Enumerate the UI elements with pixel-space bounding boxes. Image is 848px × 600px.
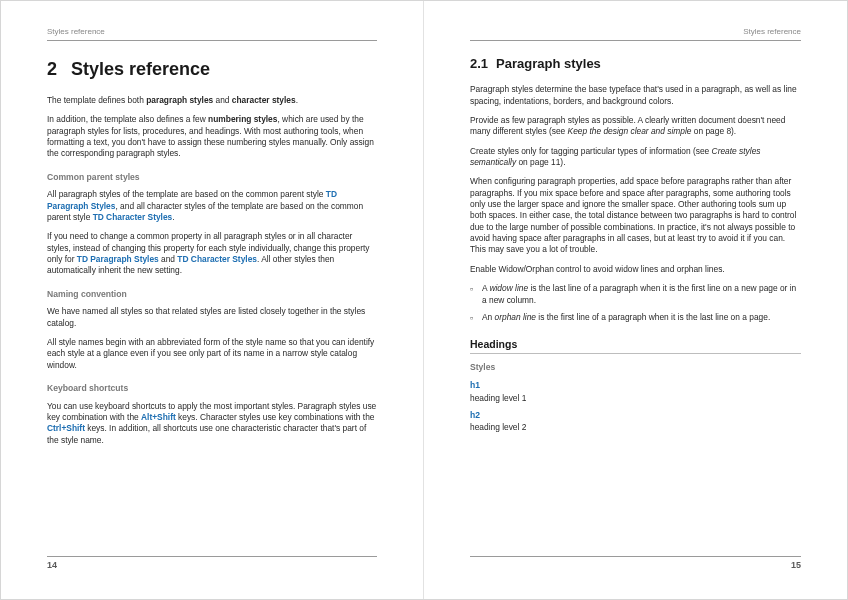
list-item-orphan: An orphan line is the first line of a pa… bbox=[482, 312, 801, 323]
style-h1-desc: heading level 1 bbox=[470, 393, 801, 404]
term-widow-line: widow line bbox=[489, 283, 528, 293]
widow-orphan-list: A widow line is the last line of a parag… bbox=[470, 283, 801, 323]
page-body-left: 2Styles reference The template defines b… bbox=[47, 55, 377, 556]
bold-numbering-styles: numbering styles bbox=[208, 114, 277, 124]
page-left: Styles reference 2Styles reference The t… bbox=[1, 1, 424, 599]
xref-keep-design-clear: Keep the design clear and simple bbox=[568, 126, 692, 136]
right-paragraph-5: Enable Widow/Orphan control to avoid wid… bbox=[470, 264, 801, 275]
common-paragraph-1: All paragraph styles of the template are… bbox=[47, 189, 377, 223]
key-ctrl-shift: Ctrl+Shift bbox=[47, 423, 85, 433]
section-number: 2.1 bbox=[470, 56, 488, 71]
running-head-left: Styles reference bbox=[47, 27, 377, 41]
key-alt-shift: Alt+Shift bbox=[141, 412, 176, 422]
intro-paragraph-1: The template defines both paragraph styl… bbox=[47, 95, 377, 106]
subhead-headings: Headings bbox=[470, 337, 801, 354]
subhead-keyboard: Keyboard shortcuts bbox=[47, 383, 377, 395]
right-paragraph-3: Create styles only for tagging particula… bbox=[470, 146, 801, 169]
style-h2-desc: heading level 2 bbox=[470, 422, 801, 433]
list-item-widow: A widow line is the last line of a parag… bbox=[482, 283, 801, 306]
chapter-number: 2 bbox=[47, 59, 57, 79]
keyboard-paragraph: You can use keyboard shortcuts to apply … bbox=[47, 401, 377, 446]
page-number-right: 15 bbox=[470, 556, 801, 571]
page-body-right: 2.1Paragraph styles Paragraph styles det… bbox=[470, 55, 801, 556]
link-td-character-styles-2[interactable]: TD Character Styles bbox=[177, 254, 257, 264]
subhead-naming: Naming convention bbox=[47, 289, 377, 301]
style-h2-label[interactable]: h2 bbox=[470, 410, 801, 422]
page-right: Styles reference 2.1Paragraph styles Par… bbox=[424, 1, 847, 599]
subhead-styles: Styles bbox=[470, 362, 801, 374]
section-title: Paragraph styles bbox=[496, 56, 601, 71]
right-paragraph-1: Paragraph styles determine the base type… bbox=[470, 84, 801, 107]
right-paragraph-4: When configuring paragraph properties, a… bbox=[470, 176, 801, 255]
chapter-title: Styles reference bbox=[71, 59, 210, 79]
chapter-heading: 2Styles reference bbox=[47, 57, 377, 81]
running-head-right: Styles reference bbox=[470, 27, 801, 41]
page-number-left: 14 bbox=[47, 556, 377, 571]
style-h1-label[interactable]: h1 bbox=[470, 380, 801, 392]
term-orphan-line: orphan line bbox=[495, 312, 536, 322]
link-td-paragraph-styles-2[interactable]: TD Paragraph Styles bbox=[77, 254, 159, 264]
intro-paragraph-2: In addition, the template also defines a… bbox=[47, 114, 377, 159]
page-spread: Styles reference 2Styles reference The t… bbox=[0, 0, 848, 600]
naming-paragraph-1: We have named all styles so that related… bbox=[47, 306, 377, 329]
common-paragraph-2: If you need to change a common property … bbox=[47, 231, 377, 276]
link-td-character-styles[interactable]: TD Character Styles bbox=[93, 212, 173, 222]
bold-character-styles: character styles bbox=[232, 95, 296, 105]
naming-paragraph-2: All style names begin with an abbreviate… bbox=[47, 337, 377, 371]
subhead-common-parent: Common parent styles bbox=[47, 172, 377, 184]
section-heading: 2.1Paragraph styles bbox=[470, 55, 801, 73]
bold-paragraph-styles: paragraph styles bbox=[146, 95, 213, 105]
right-paragraph-2: Provide as few paragraph styles as possi… bbox=[470, 115, 801, 138]
